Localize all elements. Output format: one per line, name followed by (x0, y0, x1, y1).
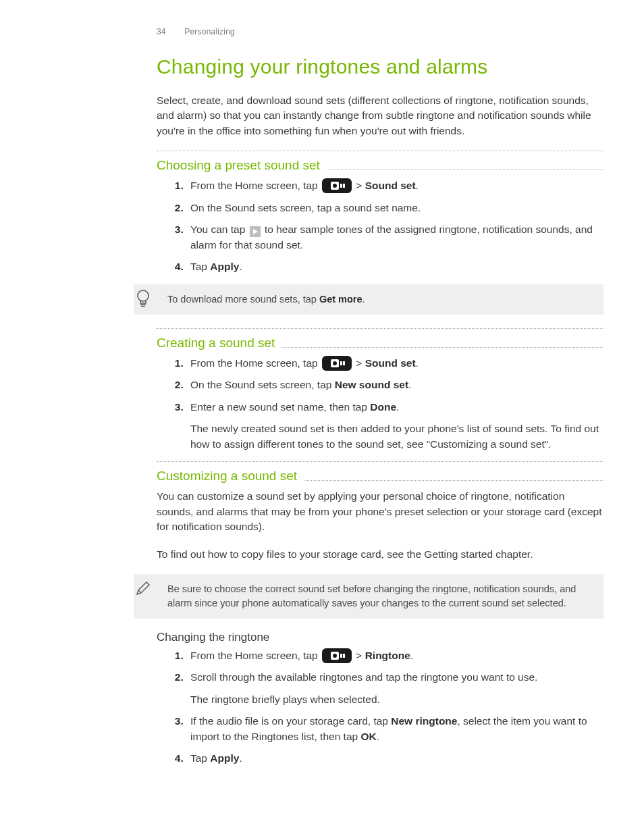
svg-rect-19 (340, 654, 342, 658)
step-item: From the Home screen, tap > Ringtone. (186, 648, 603, 663)
play-icon (250, 226, 261, 237)
page-number: 34 (157, 27, 166, 36)
section-heading: Customizing a sound set (157, 469, 304, 484)
step-item: On the Sound sets screen, tap New sound … (186, 377, 603, 392)
step-item: Tap Apply. (186, 751, 603, 766)
pencil-icon (132, 579, 154, 601)
step-item: From the Home screen, tap > Sound set. (186, 356, 603, 371)
subsection-heading: Changing the ringtone (157, 631, 603, 644)
step-item: Scroll through the available ringtones a… (186, 670, 603, 707)
svg-rect-20 (343, 654, 345, 658)
body-paragraph: To find out how to copy files to your st… (157, 547, 603, 562)
svg-rect-3 (340, 184, 342, 188)
page-title: Changing your ringtones and alarms (157, 55, 603, 78)
intro-paragraph: Select, create, and download sound sets … (157, 93, 603, 138)
svg-rect-14 (343, 361, 345, 365)
section-choosing: Choosing a preset sound set From the Hom… (157, 151, 603, 314)
svg-rect-13 (340, 361, 342, 365)
body-paragraph: You can customize a sound set by applyin… (157, 489, 603, 534)
svg-rect-4 (343, 184, 345, 188)
step-item: On the Sound sets screen, tap a sound se… (186, 201, 603, 215)
step-item: If the audio file is on your storage car… (186, 714, 603, 744)
divider (157, 461, 603, 462)
svg-point-12 (333, 361, 337, 365)
lightbulb-icon (132, 288, 154, 313)
step-item: Tap Apply. (186, 259, 603, 274)
svg-point-18 (333, 654, 337, 658)
svg-point-2 (333, 184, 337, 188)
section-heading: Creating a sound set (157, 336, 281, 350)
steps-list: From the Home screen, tap > Sound set. O… (157, 178, 603, 274)
svg-point-7 (138, 290, 149, 301)
document-page: 34 Personalizing Changing your ringtones… (0, 0, 644, 834)
running-header: 34 Personalizing (157, 27, 603, 36)
note-box: Be sure to choose the correct sound set … (134, 574, 603, 619)
divider (157, 328, 603, 329)
divider (157, 151, 603, 151)
personalize-icon (322, 178, 352, 193)
personalize-icon (322, 356, 352, 371)
steps-list: From the Home screen, tap > Sound set. O… (157, 356, 603, 452)
tip-box: To download more sound sets, tap Get mor… (134, 284, 603, 315)
step-item: Enter a new sound set name, then tap Don… (186, 400, 603, 452)
personalize-icon (322, 648, 352, 663)
steps-list: From the Home screen, tap > Ringtone. Sc… (157, 648, 603, 766)
section-heading: Choosing a preset sound set (157, 158, 327, 173)
section-creating: Creating a sound set From the Home scree… (157, 328, 603, 452)
chapter-name: Personalizing (184, 27, 235, 36)
main-content: Select, create, and download sound sets … (157, 93, 603, 766)
step-item: From the Home screen, tap > Sound set. (186, 178, 603, 193)
svg-line-15 (138, 590, 141, 593)
section-customizing: Customizing a sound set You can customiz… (157, 461, 603, 766)
step-item: You can tap to hear sample tones of the … (186, 222, 603, 253)
